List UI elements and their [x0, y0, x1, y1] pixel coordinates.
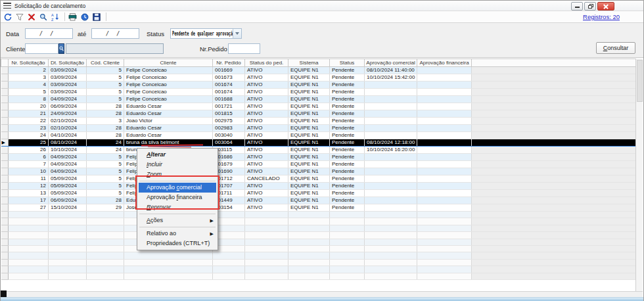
registros-count-link[interactable]: Registros: 20 — [583, 13, 620, 20]
table-cell — [417, 197, 472, 204]
close-button[interactable] — [597, 2, 614, 11]
cliente-code-input[interactable] — [25, 43, 58, 54]
table-row[interactable]: 2715/10/202429José Pl003154ATIVOEQUIPE N… — [1, 204, 637, 212]
table-row[interactable]: 1305/09/20245Felipe Conceicao001711ATIVO… — [1, 190, 637, 197]
save-icon[interactable] — [91, 12, 101, 22]
table-cell — [417, 118, 472, 125]
table-row[interactable]: 2610/10/202424bruna da silva belmont0031… — [1, 147, 637, 154]
table-cell — [365, 225, 417, 231]
table-row[interactable] — [1, 252, 637, 259]
table-cell: Pendente — [330, 89, 365, 96]
date-from-input[interactable] — [25, 28, 73, 39]
table-row[interactable] — [1, 266, 637, 273]
column-header[interactable]: Nr. Pedido — [213, 59, 245, 67]
table-cell — [417, 232, 472, 239]
consultar-button[interactable]: Consultar — [596, 42, 635, 54]
nr-pedido-input[interactable] — [228, 43, 260, 54]
toolbar-separator — [106, 12, 106, 21]
table-row[interactable]: 1105/09/20245Felipe Conceicao001712CANCE… — [1, 175, 637, 183]
table-cell: 03/09/2024 — [49, 67, 87, 74]
table-cell: ATIVO — [245, 103, 288, 110]
horizontal-scrollbar[interactable] — [1, 291, 643, 297]
table-cell — [330, 218, 365, 225]
table-row[interactable]: 503/09/20245Felipe Conceicao001674ATIVOE… — [1, 89, 637, 96]
table-cell — [417, 259, 472, 266]
row-indicator-cell — [1, 125, 9, 132]
table-row[interactable] — [1, 259, 637, 266]
column-header[interactable]: Sistema — [288, 59, 330, 67]
table-cell: Pendente — [330, 154, 365, 161]
row-indicator-cell — [1, 154, 9, 161]
table-row[interactable] — [1, 232, 637, 239]
table-cell: 24 — [87, 139, 124, 147]
table-cell — [245, 266, 288, 273]
table-row[interactable]: 403/09/20245Felipe Conceicao001674ATIVOE… — [1, 81, 637, 89]
table-row[interactable] — [1, 212, 637, 218]
column-header[interactable]: Aprovação financeira — [417, 59, 472, 67]
table-cell — [245, 259, 288, 266]
filler-cell — [472, 118, 637, 125]
menu-item-alterar[interactable]: Alterar — [137, 150, 218, 160]
table-row[interactable]: 2124/09/202428Eduardo Cesar001815ATIVOEQ… — [1, 110, 637, 118]
table-cell: 4 — [9, 81, 49, 89]
table-cell: 26 — [9, 147, 49, 154]
column-header[interactable]: Dt. Solicitação — [49, 59, 87, 67]
filler-cell — [472, 132, 637, 139]
table-row[interactable] — [1, 273, 637, 279]
column-header[interactable]: Status do ped. — [245, 59, 288, 67]
clear-filter-icon[interactable] — [26, 12, 36, 22]
hamburger-menu-icon[interactable] — [3, 3, 11, 9]
minimize-button[interactable] — [571, 2, 583, 11]
chevron-down-icon[interactable] — [233, 29, 241, 38]
table-row[interactable] — [1, 245, 637, 252]
column-header[interactable]: Cód. Cliente — [87, 59, 124, 67]
sort-az-icon[interactable]: AZ — [50, 12, 60, 22]
table-row[interactable]: ▶2508/10/202424bruna da silva belmont003… — [1, 139, 637, 147]
menu-item-incluir[interactable]: Incluir — [137, 160, 218, 170]
table-row[interactable]: 1004/09/20245Felipe Conceicao001690ATIVO… — [1, 168, 637, 175]
table-row[interactable]: 2302/10/202428Eduardo Cesar002983ATIVOEQ… — [1, 125, 637, 132]
column-header[interactable]: Status — [330, 59, 365, 67]
date-to-input[interactable] — [91, 28, 139, 39]
menu-item-acoes[interactable]: Ações▶ — [137, 216, 218, 225]
row-indicator-cell — [1, 132, 9, 139]
status-dropdown[interactable]: Pendente de qualquer aprovação — [170, 28, 242, 39]
table-row[interactable]: 804/09/20245Felipe Conceicao001688ATIVOE… — [1, 96, 637, 103]
column-header[interactable]: Cliente — [124, 59, 213, 67]
print-icon[interactable] — [68, 12, 78, 22]
table-cell — [87, 218, 124, 225]
table-cell — [365, 81, 417, 89]
table-row[interactable]: 303/09/20245Felipe Conceicao001673ATIVOE… — [1, 74, 637, 81]
table-cell — [330, 239, 365, 245]
menu-item-relativo-ao[interactable]: Relativo ao▶ — [137, 229, 218, 239]
cliente-lookup-button[interactable] — [58, 43, 64, 54]
table-row[interactable]: 2404/10/202428Eduardo Cesar003040ATIVOEQ… — [1, 132, 637, 139]
table-cell — [49, 245, 87, 252]
table-row[interactable] — [1, 225, 637, 231]
filter-icon[interactable] — [14, 12, 24, 22]
table-row[interactable]: 203/09/20245Felipe Conceicao001669ATIVOE… — [1, 67, 637, 74]
table-row[interactable]: 1205/09/20245Felipe Conceicao001707ATIVO… — [1, 183, 637, 190]
window-controls — [571, 2, 614, 11]
column-header[interactable]: Aprovação comercial — [365, 59, 417, 67]
menu-item-propriedades-ctrl-t[interactable]: Propriedades (CTRL+T) — [137, 239, 218, 248]
zoom-icon[interactable] — [38, 12, 48, 22]
restore-button[interactable] — [584, 2, 596, 11]
table-cell: 15/10/2024 — [49, 204, 87, 212]
vertical-scrollbar[interactable] — [635, 58, 643, 291]
table-cell: EQUIPE N1 — [288, 118, 330, 125]
table-cell — [288, 218, 330, 225]
refresh-icon[interactable] — [3, 12, 12, 22]
table-row[interactable] — [1, 239, 637, 245]
table-cell — [365, 89, 417, 96]
table-row[interactable]: 2202/10/20243Joao Victor002975ATIVOEQUIP… — [1, 118, 637, 125]
table-row[interactable]: 604/09/20245Felipe Conceicao001686ATIVOE… — [1, 154, 637, 161]
scrollbar-thumb[interactable] — [637, 60, 643, 102]
table-row[interactable] — [1, 218, 637, 225]
history-icon[interactable] — [80, 12, 89, 22]
column-header[interactable]: Nr. Solicitação — [9, 59, 49, 67]
table-row[interactable]: 2006/09/202428Eduardo Cesar001721ATIVOEQ… — [1, 103, 637, 110]
table-row[interactable]: 704/09/20245Felipe Conceicao001679ATIVOE… — [1, 161, 637, 168]
table-row[interactable]: 1706/09/202428Eduardo Cesar001449ATIVOEQ… — [1, 197, 637, 204]
table-cell — [417, 147, 472, 154]
